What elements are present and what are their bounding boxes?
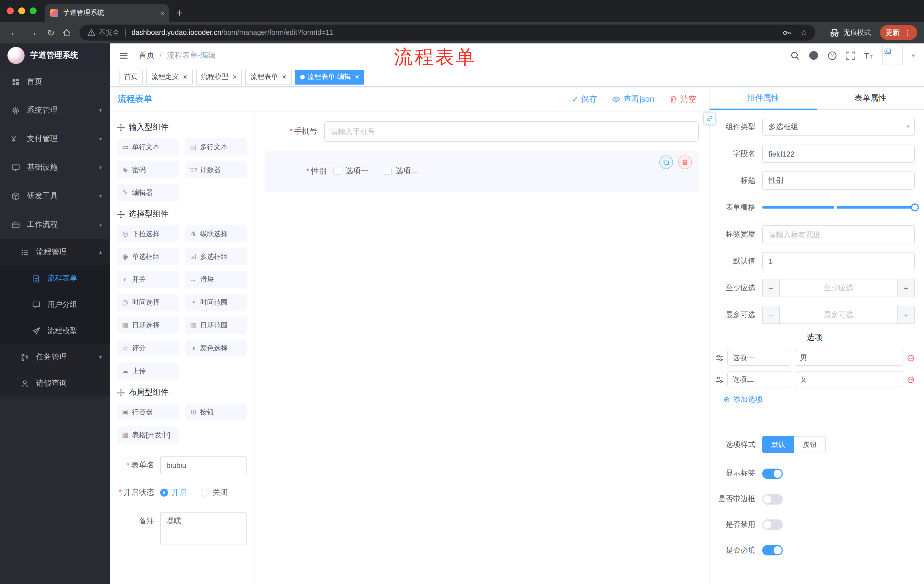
gender-option-0[interactable]: 选项一	[333, 166, 368, 176]
component-item-date[interactable]: ▦日期选择	[117, 317, 179, 334]
drag-handle-icon[interactable]	[715, 354, 724, 362]
grid-slider[interactable]	[762, 198, 915, 217]
sidebar-item-cube[interactable]: 研发工具▾	[0, 182, 110, 210]
collapse-sidebar-button[interactable]	[119, 51, 129, 60]
help-icon[interactable]: ?	[828, 51, 837, 60]
phone-input[interactable]	[324, 121, 699, 142]
tag-close-icon[interactable]: ×	[183, 72, 187, 81]
update-chrome-button[interactable]: 更新 ⋮	[880, 25, 917, 40]
status-off-radio[interactable]: 关闭	[201, 484, 228, 502]
delete-field-button[interactable]	[678, 155, 692, 169]
required-switch[interactable]	[762, 545, 783, 555]
component-item-input[interactable]: ▭单行文本	[117, 138, 179, 155]
increase-button[interactable]: +	[897, 306, 914, 323]
remove-option-icon[interactable]: ⊖	[907, 375, 915, 384]
sidebar-item-list[interactable]: 流程管理▴	[0, 239, 110, 265]
tag-0[interactable]: 首页	[119, 69, 143, 84]
save-button[interactable]: ✓保存	[571, 94, 597, 104]
sidebar-item-user[interactable]: 请假查询	[0, 370, 110, 396]
label-width-input[interactable]	[762, 225, 915, 243]
new-tab-button[interactable]: +	[176, 7, 182, 20]
component-item-select[interactable]: ◎下拉选择	[117, 225, 179, 242]
style-button-button[interactable]: 按钮	[794, 436, 826, 453]
tag-close-icon[interactable]: ×	[282, 72, 286, 81]
increase-button[interactable]: +	[897, 280, 914, 296]
sidebar-item-gear[interactable]: 系统管理▾	[0, 96, 110, 125]
component-item-row[interactable]: ▣行容器	[117, 403, 179, 421]
tag-2[interactable]: 流程模型×	[196, 69, 242, 84]
component-item-radio[interactable]: ◉单选框组	[117, 248, 179, 265]
password-key-icon[interactable]	[782, 28, 792, 38]
browser-tab[interactable]: 芋道管理系统 ×	[45, 4, 169, 22]
sidebar-item-branch[interactable]: 任务管理▾	[0, 344, 110, 370]
checkbox-icon[interactable]	[383, 167, 391, 175]
phone-field[interactable]: 手机号	[265, 121, 699, 142]
remark-textarea[interactable]: 嘿嘿	[160, 512, 247, 545]
github-icon[interactable]	[809, 50, 819, 61]
sidebar-item-chat[interactable]: 用户分组	[0, 291, 110, 318]
component-item-date-range[interactable]: ▥日期范围	[185, 317, 247, 334]
max-select-value[interactable]: 最多可选	[780, 306, 897, 323]
field-name-input[interactable]	[762, 145, 915, 163]
avatar-caret-icon[interactable]: ▾	[912, 52, 915, 59]
home-button[interactable]	[62, 28, 71, 38]
component-item-editor[interactable]: ✎编辑器	[117, 184, 179, 201]
component-item-rate[interactable]: ☆评分	[117, 339, 179, 357]
component-item-table[interactable]: ▦表格[开发中]	[117, 426, 179, 443]
remove-option-icon[interactable]: ⊖	[907, 353, 915, 363]
tag-3[interactable]: 流程表单×	[245, 69, 291, 84]
browser-menu-icon[interactable]: ⋮	[904, 28, 911, 37]
component-item-upload[interactable]: ☁上传	[117, 362, 179, 380]
component-item-time[interactable]: ◷时间选择	[117, 294, 179, 311]
sidebar-item-yen[interactable]: ¥支付管理▾	[0, 125, 110, 153]
tab-form-props[interactable]: 表单属性	[817, 87, 924, 109]
checkbox-icon[interactable]	[333, 167, 342, 175]
minimize-window-button[interactable]	[18, 7, 25, 14]
option-label-input[interactable]	[727, 350, 791, 366]
option-label-input[interactable]	[727, 372, 791, 387]
bookmark-star-icon[interactable]: ☆	[800, 28, 807, 37]
search-icon[interactable]	[790, 51, 800, 60]
tab-close-icon[interactable]: ×	[160, 8, 165, 17]
gender-option-1[interactable]: 选项二	[383, 166, 419, 176]
tab-component-props[interactable]: 组件属性	[710, 87, 817, 109]
decrease-button[interactable]: −	[763, 306, 780, 323]
status-on-radio[interactable]: 开启	[160, 484, 187, 502]
option-value-input[interactable]	[795, 350, 903, 366]
font-size-icon[interactable]: TT	[864, 51, 874, 60]
copy-field-button[interactable]	[659, 155, 673, 169]
decrease-button[interactable]: −	[763, 280, 780, 296]
component-item-password[interactable]: ◈密码	[117, 161, 179, 178]
address-bar[interactable]: 不安全 dashboard.yudao.iocoder.cn/bp​m/mana…	[79, 25, 815, 41]
component-type-select[interactable]	[762, 118, 915, 136]
back-button[interactable]: ←	[7, 28, 22, 38]
sidebar-item-send[interactable]: 流程模型	[0, 318, 110, 344]
drag-handle-icon[interactable]	[715, 375, 724, 384]
maximize-window-button[interactable]	[30, 7, 36, 14]
component-item-switch[interactable]: ◐开关	[117, 271, 179, 288]
component-item-color[interactable]: ◑颜色选择	[185, 339, 247, 357]
user-avatar[interactable]	[883, 46, 903, 65]
clear-button[interactable]: 清空	[669, 94, 696, 104]
sidebar-item-briefcase[interactable]: 工作流程▴	[0, 210, 110, 239]
min-select-value[interactable]: 至少应选	[780, 280, 897, 296]
forward-button[interactable]: →	[25, 28, 40, 38]
component-item-checkbox[interactable]: ☑多选框组	[185, 248, 247, 265]
close-window-button[interactable]	[7, 7, 14, 14]
style-default-button[interactable]: 默认	[762, 436, 794, 453]
slider-handle[interactable]	[911, 204, 919, 211]
link-button[interactable]	[703, 112, 716, 125]
form-name-input[interactable]	[160, 456, 247, 474]
tag-close-icon[interactable]: ×	[355, 72, 360, 81]
reload-button[interactable]: ↻	[43, 27, 58, 38]
show-label-switch[interactable]	[762, 469, 783, 479]
fullscreen-icon[interactable]	[846, 51, 856, 60]
component-item-cascader[interactable]: ⋔级联选择	[185, 225, 247, 242]
with-border-switch[interactable]	[762, 494, 783, 504]
sidebar-item-dashboard[interactable]: 首页	[0, 67, 110, 96]
sidebar-item-document[interactable]: 流程表单	[0, 265, 110, 291]
default-value-input[interactable]	[762, 252, 915, 270]
sidebar-item-monitor[interactable]: 基础设施▾	[0, 153, 110, 182]
component-item-button[interactable]: ⊞按钮	[185, 403, 247, 421]
tag-4[interactable]: 流程表单-编辑×	[295, 69, 365, 84]
